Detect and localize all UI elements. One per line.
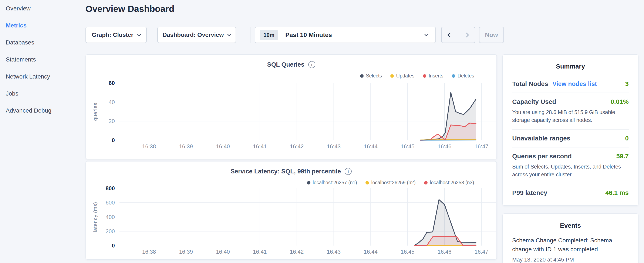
summary-row-description: Sum of Selects, Updates, Inserts, and De… <box>512 163 629 178</box>
events-list: Schema Change Completed: Schema change w… <box>512 236 629 263</box>
y-tick-label: 200 <box>86 228 115 235</box>
y-tick-label: 40 <box>86 99 115 106</box>
legend-item-inserts: Inserts <box>423 73 443 79</box>
legend-label: Selects <box>366 73 382 79</box>
graph-dropdown[interactable]: Graph: Cluster <box>86 27 147 43</box>
summary-row-value: 0.01% <box>610 98 629 105</box>
chevron-left-icon <box>447 32 452 38</box>
x-tick-label: 16:47 <box>467 248 496 255</box>
summary-row-label: Capacity Used <box>512 98 556 105</box>
app-root: OverviewMetricsDatabasesStatementsNetwor… <box>0 0 644 263</box>
chevron-down-icon <box>228 32 231 36</box>
legend-dot <box>366 181 369 184</box>
sidebar-item-statements[interactable]: Statements <box>0 51 85 68</box>
summary-title: Summary <box>512 63 629 70</box>
summary-row-capacity-used: Capacity Used0.01%You are using 28.6 MiB… <box>512 93 629 130</box>
legend-item-selects: Selects <box>360 73 382 79</box>
summary-row-link[interactable]: View nodes list <box>552 80 597 87</box>
summary-rows: Total NodesView nodes list3Capacity Used… <box>512 75 629 201</box>
y-tick-label: 600 <box>86 199 115 206</box>
x-tick-label: 16:40 <box>208 248 238 255</box>
toolbar-divider <box>250 27 250 43</box>
events-title: Events <box>512 222 629 229</box>
x-tick-label: 16:40 <box>208 143 238 150</box>
graph-dropdown-label: Graph: Cluster <box>92 32 133 38</box>
event-timestamp: May 13, 2020 at 4:45 PM <box>512 256 629 263</box>
y-tick-label: 0 <box>86 242 115 249</box>
x-tick-label: 16:42 <box>282 248 312 255</box>
x-tick-label: 16:46 <box>430 248 460 255</box>
chevron-down-icon <box>137 32 141 36</box>
legend-item-localhost-26259-n2: localhost:26259 (n2) <box>366 180 416 185</box>
summary-row-label: Total Nodes <box>512 80 548 87</box>
x-tick-label: 16:42 <box>282 143 312 150</box>
sidebar-item-metrics[interactable]: Metrics <box>0 17 85 34</box>
x-tick-label: 16:41 <box>245 248 275 255</box>
summary-row-label: Queries per second <box>512 153 572 160</box>
y-tick-label: 60 <box>86 80 115 86</box>
info-icon[interactable]: i <box>308 61 315 68</box>
x-tick-label: 16:45 <box>393 143 422 150</box>
legend-label: Deletes <box>458 73 474 79</box>
dashboard-dropdown[interactable]: Dashboard: Overview <box>157 27 236 43</box>
sql-queries-chart-card: SQL QueriesiSelectsUpdatesInsertsDeletes… <box>86 54 497 159</box>
time-next-button[interactable] <box>458 27 475 43</box>
legend-item-updates: Updates <box>390 73 414 79</box>
event-message: Schema Change Completed: Schema change w… <box>512 236 629 254</box>
legend-label: Inserts <box>428 73 443 79</box>
legend-label: localhost:26259 (n2) <box>371 180 416 185</box>
sidebar-item-advanced-debug[interactable]: Advanced Debug <box>0 102 85 119</box>
legend-dot <box>423 74 426 78</box>
y-tick-label: 800 <box>86 185 115 192</box>
x-tick-label: 16:39 <box>171 248 201 255</box>
time-prev-button[interactable] <box>442 27 458 43</box>
service-latency-chart-card: Service Latency: SQL, 99th percentileilo… <box>86 161 497 259</box>
now-button[interactable]: Now <box>479 27 504 43</box>
legend-item-deletes: Deletes <box>452 73 474 79</box>
legend-dot <box>360 74 364 78</box>
summary-row-total-nodes: Total NodesView nodes list3 <box>512 75 629 93</box>
legend-item-localhost-26258-n3: localhost:26258 (n3) <box>424 180 474 185</box>
sidebar-item-jobs[interactable]: Jobs <box>0 85 85 102</box>
sidebar-item-overview[interactable]: Overview <box>0 0 85 17</box>
event-item: Schema Change Completed: Schema change w… <box>512 236 629 263</box>
summary-row-p99-latency: P99 latency46.1 ms <box>512 184 629 201</box>
page-title: Overview Dashboard <box>86 4 174 14</box>
summary-row-unavailable-ranges: Unavailable ranges0 <box>512 130 629 147</box>
x-tick-label: 16:47 <box>467 143 496 150</box>
info-icon[interactable]: i <box>345 168 352 175</box>
x-tick-label: 16:39 <box>171 143 201 150</box>
sql-queries-legend: SelectsUpdatesInsertsDeletes <box>360 73 474 79</box>
summary-row-value: 0 <box>625 135 629 142</box>
summary-row-header: Total NodesView nodes list3 <box>512 80 629 87</box>
sidebar-item-databases[interactable]: Databases <box>0 34 85 51</box>
summary-panel: Summary Total NodesView nodes list3Capac… <box>502 54 638 206</box>
x-tick-label: 16:45 <box>393 248 422 255</box>
sql-queries-plot-area[interactable] <box>120 83 496 140</box>
x-tick-label: 16:44 <box>356 143 386 150</box>
x-tick-label: 16:44 <box>356 248 386 255</box>
summary-row-header: Unavailable ranges0 <box>512 135 629 142</box>
sql-queries-title-row: SQL Queriesi <box>86 61 496 68</box>
service-latency-title: Service Latency: SQL, 99th percentile <box>231 168 341 175</box>
legend-label: localhost:26258 (n3) <box>430 180 474 185</box>
summary-row-value: 3 <box>625 80 629 87</box>
chevron-right-icon <box>464 32 469 38</box>
x-tick-label: 16:41 <box>245 143 275 150</box>
legend-dot <box>424 181 428 184</box>
sql-queries-title: SQL Queries <box>267 61 304 68</box>
time-window-dropdown[interactable]: 10m Past 10 Minutes <box>255 27 436 43</box>
service-latency-title-row: Service Latency: SQL, 99th percentilei <box>86 168 496 175</box>
dashboard-dropdown-label: Dashboard: Overview <box>163 32 224 38</box>
time-window-badge: 10m <box>260 30 278 40</box>
y-tick-label: 400 <box>86 214 115 220</box>
legend-dot <box>452 74 455 78</box>
summary-row-description: You are using 28.6 MiB of 515.9 GiB usab… <box>512 108 629 124</box>
summary-row-queries-per-second: Queries per second59.7Sum of Selects, Up… <box>512 147 629 184</box>
summary-row-value: 59.7 <box>616 153 629 160</box>
y-tick-label: 0 <box>86 137 115 144</box>
time-window-label: Past 10 Minutes <box>285 32 332 39</box>
sidebar-item-network-latency[interactable]: Network Latency <box>0 68 85 85</box>
x-tick-label: 16:46 <box>430 143 460 150</box>
service-latency-plot-area[interactable] <box>120 188 496 245</box>
